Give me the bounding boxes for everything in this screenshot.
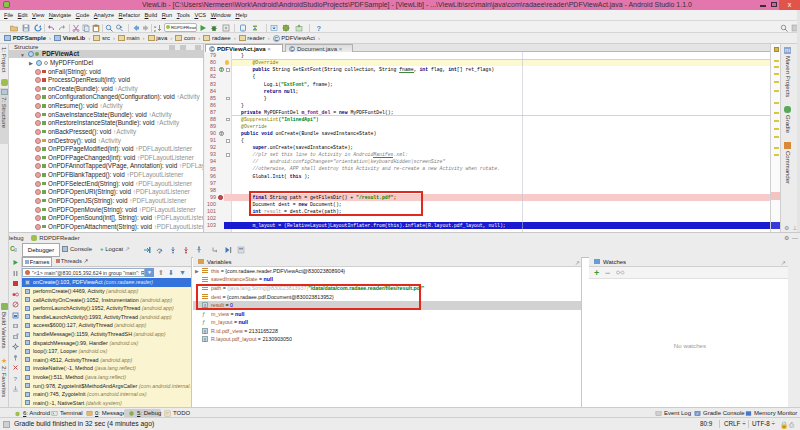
svg-text:?: ?: [14, 376, 18, 382]
svg-text:✓: ✓: [696, 411, 699, 416]
svg-text:?: ?: [317, 24, 322, 32]
svg-text:a: a: [154, 25, 156, 29]
svg-text:z: z: [154, 29, 156, 33]
svg-text:a: a: [120, 25, 122, 29]
svg-text:g: g: [14, 246, 17, 252]
